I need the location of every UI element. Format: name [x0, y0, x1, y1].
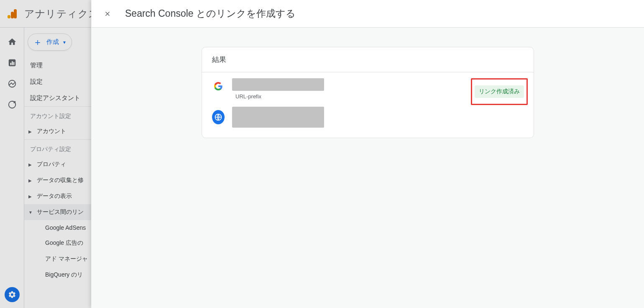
google-g-icon: [214, 82, 223, 91]
link-created-badge: リンク作成済み: [475, 85, 524, 98]
create-label: 作成: [46, 38, 59, 46]
redacted-property-name: [232, 78, 324, 91]
reports-icon[interactable]: [7, 58, 17, 68]
modal-title: Search Console とのリンクを作成する: [125, 7, 296, 20]
modal-header: Search Console とのリンクを作成する: [92, 0, 644, 28]
result-row-search-console: URL-prefix リンク作成済み: [212, 78, 524, 101]
sidebar-link-settings[interactable]: 設定: [24, 74, 91, 90]
sidebar-sub-admanager[interactable]: アド マネージャ: [24, 251, 91, 267]
globe-icon: [212, 110, 225, 124]
svg-rect-3: [14, 9, 17, 18]
sidebar-item-display[interactable]: ▶ データの表示: [24, 188, 91, 204]
sidebar-item-links[interactable]: ▼ サービス間のリン: [24, 204, 91, 220]
property-section-label: プロパティ設定: [24, 139, 91, 157]
caret-right-icon: ▶: [28, 178, 33, 183]
link-modal: Search Console とのリンクを作成する 結果: [91, 0, 644, 308]
admin-gear-button[interactable]: [5, 287, 20, 302]
result-row-web-stream: [212, 106, 524, 128]
modal-body: 結果 URL-prefix: [92, 28, 644, 308]
result-card: 結果 URL-prefix: [202, 47, 534, 138]
sidebar-sub-ads[interactable]: Google 広告の: [24, 235, 91, 251]
account-section-label: アカウント設定: [24, 106, 91, 123]
redacted-stream-name: [232, 107, 324, 128]
caret-down-icon: ▼: [28, 210, 33, 215]
advertising-icon[interactable]: [7, 100, 17, 110]
analytics-logo-icon: [7, 8, 18, 19]
svg-rect-5: [10, 63, 11, 65]
side-panel: ＋ 作成 ▾ 管理 設定 設定アシスタント アカウント設定 ▶ アカウント プロ…: [24, 28, 91, 308]
caret-right-icon: ▶: [28, 194, 33, 199]
sidebar-link-admin[interactable]: 管理: [24, 57, 91, 74]
sidebar-item-account[interactable]: ▶ アカウント: [24, 123, 91, 139]
app-title: アナリティクス: [24, 7, 99, 21]
card-title: 結果: [202, 47, 534, 72]
svg-rect-6: [12, 61, 13, 65]
sidebar-sub-adsense[interactable]: Google AdSens: [24, 220, 91, 235]
svg-rect-1: [11, 12, 14, 18]
sidebar-link-assistant[interactable]: 設定アシスタント: [24, 90, 91, 106]
create-button[interactable]: ＋ 作成 ▾: [28, 33, 72, 51]
badge-highlight: リンク作成済み: [471, 78, 528, 105]
explore-icon[interactable]: [7, 79, 17, 89]
sidebar-item-collection[interactable]: ▶ データの収集と修: [24, 172, 91, 188]
chevron-down-icon: ▾: [63, 39, 66, 45]
sidebar-sub-bigquery[interactable]: BigQuery のリ: [24, 267, 91, 283]
close-icon: [104, 10, 111, 18]
svg-rect-7: [13, 62, 14, 65]
home-icon[interactable]: [7, 37, 17, 47]
caret-right-icon: ▶: [28, 162, 33, 167]
close-button[interactable]: [100, 6, 115, 21]
icon-rail: [0, 28, 24, 308]
caret-right-icon: ▶: [28, 129, 33, 134]
svg-rect-0: [8, 15, 10, 18]
sidebar-item-property[interactable]: ▶ プロパティ: [24, 157, 91, 172]
